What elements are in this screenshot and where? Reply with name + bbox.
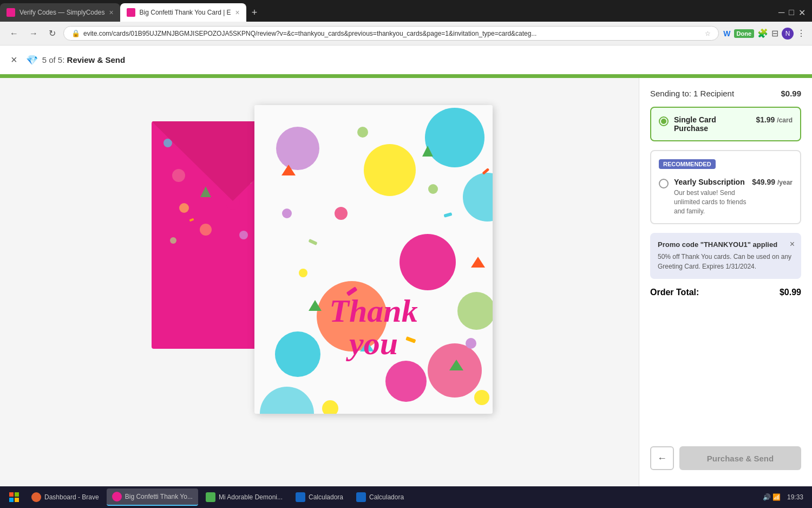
order-total-row: Order Total: $0.99: [650, 288, 801, 297]
tab-2-favicon: [127, 8, 135, 17]
svg-point-9: [179, 203, 189, 213]
taskbar-icon-3: [296, 492, 305, 502]
close-app-button[interactable]: ×: [11, 54, 17, 66]
svg-point-22: [400, 234, 456, 290]
start-button[interactable]: [4, 489, 24, 506]
single-card-price: $1.99 /card: [756, 115, 793, 124]
tab-1-close[interactable]: ×: [109, 8, 113, 17]
step-text: 5 of 5: Review & Send: [42, 55, 125, 64]
taskbar-right: 🔊 📶 19:33: [763, 493, 808, 501]
svg-point-13: [200, 224, 212, 236]
tab-bar: Verify Codes — SimplyCodes × Big Confett…: [0, 0, 812, 22]
svg-point-25: [276, 127, 319, 170]
svg-point-5: [172, 169, 185, 182]
profile-icon[interactable]: N: [782, 28, 794, 40]
extensions-puzzle-icon[interactable]: 🧩: [757, 28, 768, 38]
taskbar-icon-1: [112, 492, 122, 502]
nav-icons: W Done 🧩 ⊟ N ⋮: [723, 28, 806, 40]
close-window-button[interactable]: ✕: [798, 8, 806, 18]
recommended-badge-container: RECOMMENDED: [659, 159, 793, 173]
minimize-button[interactable]: ─: [778, 8, 784, 17]
gem-icon: 💎: [26, 54, 38, 66]
taskbar-icons-tray: 🔊 📶: [763, 493, 781, 501]
svg-text:Thank: Thank: [329, 293, 417, 329]
svg-rect-55: [9, 498, 14, 502]
taskbar-item-3[interactable]: Calculadora: [290, 489, 349, 506]
recommended-badge: RECOMMENDED: [659, 159, 716, 169]
nav-bar: ← → ↻ 🔒 evite.com/cards/01B95UJZMNJBGMJI…: [0, 22, 812, 45]
back-nav-button[interactable]: ←: [6, 27, 22, 41]
step-name: Review & Send: [67, 55, 126, 64]
single-card-radio[interactable]: [659, 116, 669, 126]
promo-close-button[interactable]: ×: [790, 239, 795, 249]
tab-1-title: Verify Codes — SimplyCodes: [19, 9, 104, 16]
yearly-desc: Our best value! Send unlimited cards to …: [674, 188, 746, 216]
windows-logo-icon: [9, 492, 19, 503]
svg-point-38: [282, 209, 292, 218]
tab-2-close[interactable]: ×: [235, 8, 240, 17]
taskbar-icon-2: [206, 492, 215, 502]
taskbar-item-4[interactable]: Calculadora: [351, 489, 409, 506]
extensions-icon[interactable]: W: [723, 29, 730, 38]
sending-to-row: Sending to: 1 Recipient $0.99: [650, 89, 801, 98]
taskbar-label-0: Dashboard - Brave: [44, 493, 99, 501]
forward-nav-button[interactable]: →: [26, 27, 41, 41]
app-header: × 💎 5 of 5: Review & Send: [0, 45, 812, 76]
single-card-title: Single Card Purchase: [674, 115, 750, 133]
url-bar[interactable]: 🔒 evite.com/cards/01B95UJZMNJBGMJISEPOZO…: [63, 26, 719, 41]
yearly-title: Yearly Subscription: [674, 178, 746, 186]
star-icon[interactable]: ☆: [705, 30, 711, 37]
refresh-button[interactable]: ↻: [45, 26, 59, 41]
browser-chrome: Verify Codes — SimplyCodes × Big Confett…: [0, 0, 812, 45]
svg-rect-56: [15, 498, 19, 502]
taskbar-item-1[interactable]: Big Confetti Thank Yo...: [107, 489, 198, 506]
maximize-button[interactable]: □: [789, 8, 794, 17]
single-card-header: Single Card Purchase $1.99 /card: [659, 115, 793, 133]
menu-icon[interactable]: ⋮: [797, 28, 806, 38]
back-button[interactable]: ←: [650, 446, 674, 470]
card-preview-area: Thank you: [0, 78, 639, 486]
order-total-price: $0.99: [780, 288, 801, 297]
sending-to-label: Sending to: 1 Recipient: [650, 89, 734, 98]
taskbar-label-3: Calculadora: [309, 493, 343, 501]
svg-rect-53: [9, 492, 14, 497]
taskbar-item-2[interactable]: Mi Adorable Demoni...: [200, 489, 288, 506]
purchase-send-button[interactable]: Purchase & Send: [679, 446, 801, 470]
order-total-label: Order Total:: [650, 288, 699, 297]
step-indicator: 💎 5 of 5: Review & Send: [26, 54, 125, 66]
yearly-option[interactable]: RECOMMENDED Yearly Subscription Our best…: [650, 150, 801, 224]
svg-point-33: [357, 127, 368, 138]
taskbar-item-0[interactable]: Dashboard - Brave: [26, 489, 104, 506]
yearly-header: Yearly Subscription Our best value! Send…: [659, 178, 793, 216]
lock-icon: 🔒: [71, 29, 80, 37]
tab-1-favicon: [6, 8, 15, 17]
svg-point-12: [170, 237, 176, 244]
tab-2-title: Big Confetti Thank You Card | E: [140, 9, 231, 16]
yearly-radio[interactable]: [659, 179, 669, 188]
promo-description: 50% off Thank You cards. Can be used on …: [658, 252, 794, 271]
taskbar-label-2: Mi Adorable Demoni...: [219, 493, 283, 501]
svg-point-39: [466, 338, 476, 349]
single-card-option[interactable]: Single Card Purchase $1.99 /card: [650, 107, 801, 141]
promo-title: Promo code "THANKYOU1" applied: [658, 240, 794, 249]
card-svg: Thank you: [254, 105, 493, 414]
sidebar-icon[interactable]: ⊟: [771, 28, 778, 38]
yearly-price-value: $49.99: [752, 178, 775, 186]
brave-done-icon[interactable]: Done: [734, 29, 755, 38]
svg-point-14: [239, 231, 248, 239]
sending-to-price: $0.99: [781, 89, 801, 98]
window-controls: ─ □ ✕: [778, 3, 812, 22]
tab-1[interactable]: Verify Codes — SimplyCodes ×: [0, 3, 120, 22]
spacer: [650, 306, 801, 432]
step-info: 5 of 5:: [42, 55, 65, 64]
card-image-container: Thank you: [135, 89, 503, 425]
tab-2[interactable]: Big Confetti Thank You Card | E ×: [120, 3, 246, 22]
single-card-info: Single Card Purchase: [674, 115, 750, 133]
single-card-price-unit: /card: [777, 116, 793, 124]
taskbar-label-1: Big Confetti Thank Yo...: [125, 493, 193, 500]
svg-point-29: [275, 331, 320, 377]
taskbar-time: 19:33: [787, 493, 803, 501]
svg-point-27: [385, 361, 427, 402]
new-tab-button[interactable]: +: [246, 3, 263, 22]
svg-text:you: you: [346, 325, 398, 361]
